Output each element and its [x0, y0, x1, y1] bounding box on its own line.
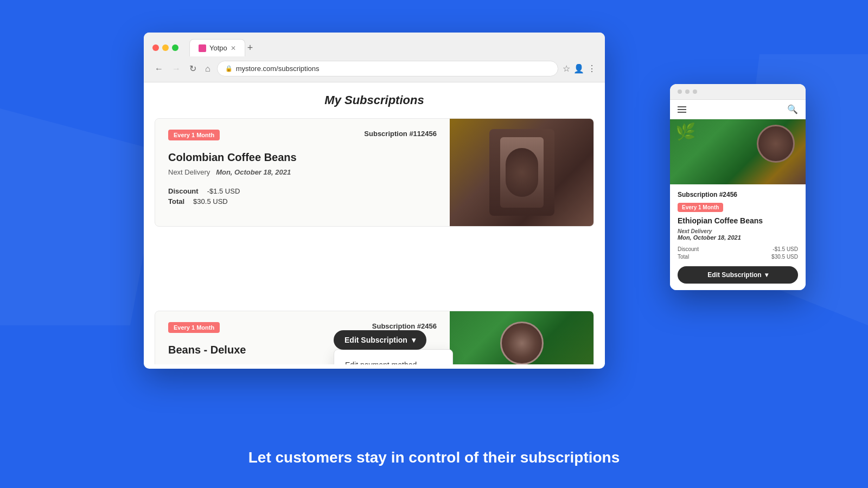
subscription-badge-2: Every 1 Month [168, 322, 220, 333]
mobile-chevron-down-icon: ▾ [765, 271, 768, 279]
tab-bar: Yotpo ✕ + [189, 39, 253, 56]
mobile-search-icon[interactable]: 🔍 [787, 104, 798, 114]
tab-favicon [199, 44, 206, 52]
hamburger-line-2 [678, 109, 686, 110]
mobile-next-delivery-date: Mon, October 18, 2021 [678, 234, 798, 241]
price-row-1: Discount -$1.5 USD Total $30.5 USD [168, 187, 240, 206]
mobile-product-image: 🌿 [670, 119, 806, 184]
mobile-badge: Every 1 Month [678, 203, 723, 212]
card-left-1: Every 1 Month Subscription #112456 Colom… [155, 119, 450, 226]
back-button[interactable]: ← [152, 62, 165, 76]
browser-content: My Subscriptions Every 1 Month Subscript… [144, 82, 605, 364]
edit-sub-btn-label: Edit Subscription [344, 336, 407, 344]
dropdown-menu: Edit payment method Change schedule Skip… [334, 349, 453, 364]
edit-subscription-button-dropdown[interactable]: Edit Subscription ▾ [334, 330, 426, 350]
discount-value-1: -$1.5 USD [207, 187, 240, 195]
discount-row-1: Discount -$1.5 USD [168, 187, 240, 195]
traffic-lights [152, 44, 178, 51]
menu-button[interactable]: ⋮ [588, 63, 596, 74]
address-bar-row: ← → ↻ ⌂ 🔒 mystore.com/subscriptions ☆ 👤 … [144, 56, 605, 82]
mobile-total-label: Total [678, 254, 689, 260]
mobile-product-bowl [757, 125, 795, 163]
total-row-1: Total $30.5 USD [168, 197, 240, 206]
subscription-card-1: Every 1 Month Subscription #112456 Colom… [155, 118, 594, 227]
mobile-card-body: Subscription #2456 Every 1 Month Ethiopi… [670, 184, 806, 290]
mobile-dot-3 [693, 89, 697, 94]
discount-label-1: Discount [168, 187, 199, 195]
hamburger-line-1 [678, 106, 686, 107]
address-bar[interactable]: 🔒 mystore.com/subscriptions [217, 61, 558, 76]
mobile-discount-value: -$1.5 USD [773, 246, 798, 252]
page-title: My Subscriptions [155, 93, 594, 107]
bookmark-button[interactable]: ☆ [563, 63, 570, 74]
lock-icon: 🔒 [225, 65, 233, 72]
mobile-discount-row: Discount -$1.5 USD [678, 246, 798, 252]
next-delivery-date-1: Mon, October 18, 2021 [216, 168, 291, 176]
mobile-nav: 🔍 [670, 100, 806, 119]
browser-top-bar: Yotpo ✕ + [144, 33, 605, 56]
hamburger-icon[interactable] [678, 106, 686, 113]
bg-decoration-left [0, 108, 163, 325]
product-name-1: Colombian Coffee Beans [168, 151, 437, 164]
traffic-light-yellow[interactable] [162, 44, 169, 51]
new-tab-button[interactable]: + [247, 42, 253, 54]
chevron-down-icon: ▾ [412, 336, 416, 344]
bottom-tagline: Let customers stay in control of their s… [0, 449, 868, 466]
profile-button[interactable]: 👤 [573, 63, 584, 74]
subscription-number-1: Subscription #112456 [364, 130, 437, 138]
browser-chrome: Yotpo ✕ + ← → ↻ ⌂ 🔒 mystore.com/subscrip… [144, 33, 605, 82]
subscription-badge-1: Every 1 Month [168, 130, 220, 140]
mobile-total-row: Total $30.5 USD [678, 254, 798, 260]
next-delivery-1: Next Delivery Mon, October 18, 2021 [168, 168, 437, 176]
mobile-product-name: Ethiopian Coffee Beans [678, 216, 798, 225]
traffic-light-red[interactable] [152, 44, 159, 51]
traffic-light-green[interactable] [172, 44, 178, 51]
total-label-1: Total [168, 197, 184, 206]
mobile-total-value: $30.5 USD [771, 254, 798, 260]
mobile-content: 🌿 Subscription #2456 Every 1 Month Ethio… [670, 119, 806, 290]
home-button[interactable]: ⌂ [203, 62, 213, 76]
total-value-1: $30.5 USD [193, 197, 228, 206]
dropdown-item-edit-payment[interactable]: Edit payment method [334, 354, 452, 364]
product-image-1 [450, 119, 593, 226]
mobile-next-delivery-label: Next Delivery [678, 228, 798, 234]
mobile-chrome [670, 84, 806, 100]
next-delivery-label-1: Next Delivery [168, 168, 210, 176]
mobile-dot-2 [685, 89, 690, 94]
forward-button[interactable]: → [170, 62, 183, 76]
browser-actions: ☆ 👤 ⋮ [563, 63, 596, 74]
card-footer-1: Discount -$1.5 USD Total $30.5 USD [168, 187, 437, 206]
mobile-edit-btn-label: Edit Subscription [707, 271, 761, 279]
mobile-subscription-number: Subscription #2456 [678, 191, 798, 198]
mobile-dot-1 [678, 89, 682, 94]
mobile-edit-subscription-button[interactable]: Edit Subscription ▾ [678, 266, 798, 284]
mobile-preview-window: 🔍 🌿 Subscription #2456 Every 1 Month Eth… [670, 84, 806, 290]
browser-tab-yotpo[interactable]: Yotpo ✕ [189, 39, 245, 56]
browser-window: Yotpo ✕ + ← → ↻ ⌂ 🔒 mystore.com/subscrip… [144, 33, 605, 369]
tab-label: Yotpo [209, 44, 227, 52]
tab-close-button[interactable]: ✕ [231, 44, 236, 52]
subscription-number-2: Subscription #2456 [372, 322, 437, 330]
product-image-2 [450, 311, 593, 364]
url-text: mystore.com/subscriptions [236, 65, 320, 73]
reload-button[interactable]: ↻ [187, 61, 199, 76]
hamburger-line-3 [678, 112, 686, 113]
mobile-discount-label: Discount [678, 246, 699, 252]
